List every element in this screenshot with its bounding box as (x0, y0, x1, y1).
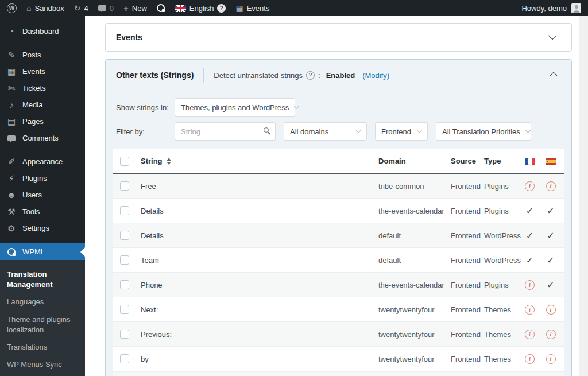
row-checkbox[interactable] (120, 231, 129, 240)
select-all-checkbox[interactable] (120, 157, 129, 166)
string-column-header[interactable]: String (138, 157, 376, 165)
sidebar-item-label: Dashboard (22, 27, 59, 36)
string-cell: Team (138, 256, 376, 265)
translation-warning-icon[interactable]: i (525, 305, 535, 315)
domain-filter-value: All domains (290, 127, 328, 136)
sidebar-item-settings[interactable]: ⚙Settings (0, 220, 85, 237)
french-status-cell: i (522, 354, 537, 364)
source-cell: Frontend (448, 256, 482, 265)
howdy-account-link[interactable]: Howdy, demo (521, 4, 567, 13)
translation-complete-icon[interactable]: ✓ (526, 230, 533, 241)
french-status-cell: i (522, 280, 537, 290)
strings-table-rows: Freetribe-commonFrontendPluginsiiDetails… (113, 174, 564, 371)
table-row: TeamdefaultFrontendWordPress✓✓ (113, 248, 564, 273)
show-strings-in-select[interactable]: Themes, plugins and WordPress (175, 98, 295, 117)
row-checkbox[interactable] (120, 354, 129, 363)
strings-panel-title: Other texts (Strings) (116, 71, 194, 80)
row-checkbox[interactable] (120, 330, 129, 339)
type-cell: WordPress (482, 231, 522, 240)
translation-complete-icon[interactable]: ✓ (547, 230, 554, 241)
modify-link[interactable]: (Modify) (362, 71, 389, 80)
row-checkbox[interactable] (120, 206, 129, 215)
string-cell: Previous: (138, 330, 376, 339)
chevron-up-icon[interactable] (550, 72, 558, 80)
new-content-menu[interactable]: + New (123, 4, 147, 13)
row-checkbox[interactable] (120, 181, 129, 191)
string-cell: Details (138, 207, 376, 215)
source-cell: Frontend (448, 207, 482, 215)
posts-icon: ✎ (6, 51, 17, 59)
wpml-bar-menu[interactable] (157, 4, 165, 12)
sidebar-menu: ◔Dashboard✎Posts▦Events✄Tickets♪Media▤Pa… (0, 16, 85, 260)
translation-complete-icon[interactable]: ✓ (547, 206, 554, 216)
type-cell: WordPress (482, 256, 522, 265)
language-help-icon[interactable]: ? (217, 4, 226, 13)
spanish-status-cell: ✓ (537, 280, 564, 290)
sidebar-item-tickets[interactable]: ✄Tickets (0, 80, 85, 96)
comments-menu[interactable]: 0 (98, 4, 114, 13)
chevron-down-icon[interactable] (548, 32, 556, 40)
translation-warning-icon[interactable]: i (525, 181, 535, 191)
detect-untranslated-setting: Detect untranslated strings ? : Enabled … (214, 71, 389, 80)
submenu-item-languages[interactable]: Languages (0, 293, 85, 311)
string-search-input[interactable] (175, 122, 276, 141)
chevron-down-icon (356, 127, 362, 133)
translation-complete-icon[interactable]: ✓ (526, 206, 533, 216)
events-bar-menu[interactable]: ▦ Events (235, 4, 269, 13)
sidebar-item-label: Plugins (22, 174, 47, 183)
translation-warning-icon[interactable]: i (546, 305, 556, 315)
sidebar-item-dashboard[interactable]: ◔Dashboard (0, 23, 85, 40)
sidebar-item-appearance[interactable]: ✐Appearance (0, 153, 85, 170)
main-content: Events Other texts (Strings) Detect untr… (85, 16, 579, 376)
row-checkbox[interactable] (120, 255, 129, 265)
translation-complete-icon[interactable]: ✓ (547, 255, 554, 266)
row-checkbox[interactable] (120, 305, 129, 314)
translation-warning-icon[interactable]: i (525, 280, 535, 290)
other-texts-strings-panel: Other texts (Strings) Detect untranslate… (105, 59, 572, 376)
domain-cell: default (376, 231, 448, 240)
translation-warning-icon[interactable]: i (546, 181, 556, 191)
wp-logo-menu[interactable]: W (7, 3, 17, 13)
translation-complete-icon[interactable]: ✓ (526, 255, 533, 266)
sidebar-item-events[interactable]: ▦Events (0, 63, 85, 80)
avatar[interactable] (571, 3, 581, 13)
translation-complete-icon[interactable]: ✓ (547, 280, 554, 290)
table-row: DetailsdefaultFrontendWordPress✓✓ (113, 223, 564, 248)
domain-filter-select[interactable]: All domains (284, 122, 367, 141)
sidebar-item-wpml[interactable]: WPML (0, 243, 85, 260)
row-checkbox[interactable] (120, 280, 129, 289)
filter-by-label: Filter by: (116, 127, 175, 136)
spanish-status-cell: ✓ (537, 206, 564, 216)
sidebar-item-comments[interactable]: Comments (0, 130, 85, 146)
home-icon: ⌂ (26, 4, 31, 12)
source-filter-select[interactable]: Frontend (375, 122, 428, 141)
submenu-item-translation-management[interactable]: Translation Management (0, 266, 85, 293)
sidebar-item-media[interactable]: ♪Media (0, 96, 85, 113)
divider (203, 68, 204, 83)
translation-warning-icon[interactable]: i (546, 330, 556, 339)
sidebar-item-posts[interactable]: ✎Posts (0, 46, 85, 63)
tickets-icon: ✄ (6, 84, 17, 92)
sidebar-item-plugins[interactable]: ⚡Plugins (0, 170, 85, 187)
media-icon: ♪ (6, 100, 17, 109)
translation-warning-icon[interactable]: i (525, 330, 535, 339)
sidebar-item-users[interactable]: ☻Users (0, 187, 85, 203)
submenu-item-theme-and-plugins-localization[interactable]: Theme and plugins localization (0, 311, 85, 339)
site-name-menu[interactable]: ⌂ Sandbox (26, 4, 64, 13)
sidebar-item-pages[interactable]: ▤Pages (0, 113, 85, 130)
wpml-submenu: Translation ManagementLanguagesTheme and… (0, 260, 85, 376)
sidebar-item-label: Pages (22, 117, 44, 126)
events-metabox-title: Events (116, 33, 142, 42)
sidebar-item-tools[interactable]: ⚒Tools (0, 203, 85, 220)
submenu-item-translations[interactable]: Translations (0, 339, 85, 356)
priority-filter-select[interactable]: All Translation Priorities (436, 122, 531, 141)
detect-help-icon[interactable]: ? (306, 71, 315, 80)
language-switcher-menu[interactable]: English ? (175, 4, 226, 13)
spanish-flag-icon (537, 158, 564, 165)
submenu-item-wp-menus-sync[interactable]: WP Menus Sync (0, 356, 85, 373)
strings-table-header: String Domain Source Type (113, 149, 564, 174)
translation-warning-icon[interactable]: i (525, 354, 535, 364)
translation-warning-icon[interactable]: i (546, 354, 556, 364)
updates-menu[interactable]: ↻ 4 (74, 4, 88, 13)
strings-panel-header: Other texts (Strings) Detect untranslate… (106, 60, 571, 91)
